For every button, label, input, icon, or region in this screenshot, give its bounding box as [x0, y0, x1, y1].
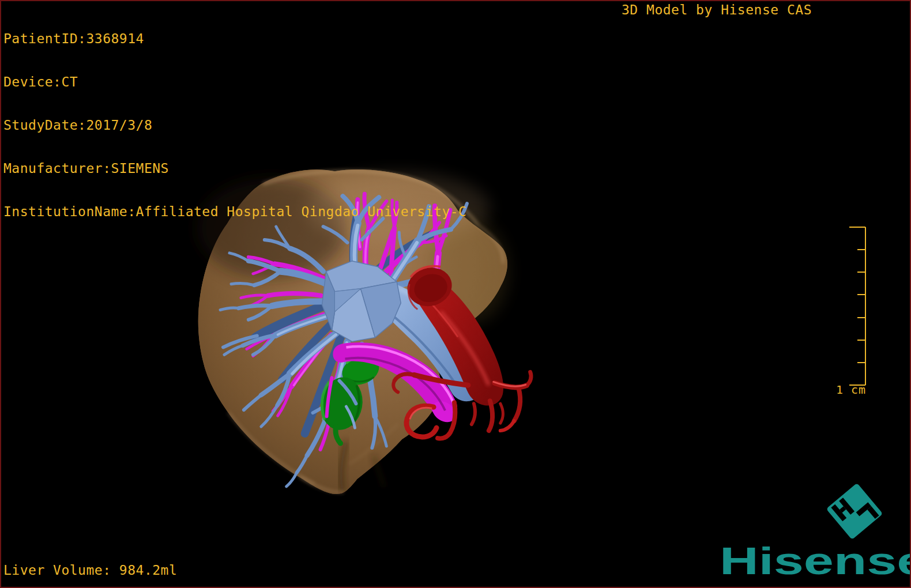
- scale-ruler-label: 1 cm: [836, 383, 866, 396]
- institution-line: InstitutionName:Affiliated Hospital Qing…: [3, 205, 466, 219]
- study-date-line: StudyDate:2017/3/8: [3, 118, 466, 133]
- manufacturer-line: Manufacturer:SIEMENS: [3, 161, 466, 176]
- patient-info-overlay: PatientID:3368914 Device:CT StudyDate:20…: [3, 3, 466, 233]
- patient-id-line: PatientID:3368914: [3, 32, 466, 46]
- hisense-logo-mark: [819, 476, 890, 547]
- hisense-wordmark: Hisense: [720, 542, 911, 580]
- device-line: Device:CT: [3, 75, 466, 89]
- scale-ruler: [831, 220, 872, 393]
- liver-volume-readout: Liver Volume: 984.2ml: [3, 563, 177, 578]
- cas-3d-viewer-window: { "meta": { "lines": [ "PatientID:336891…: [0, 0, 911, 588]
- scale-ruler-ticks: [849, 227, 865, 385]
- app-title: 3D Model by Hisense CAS: [622, 3, 812, 17]
